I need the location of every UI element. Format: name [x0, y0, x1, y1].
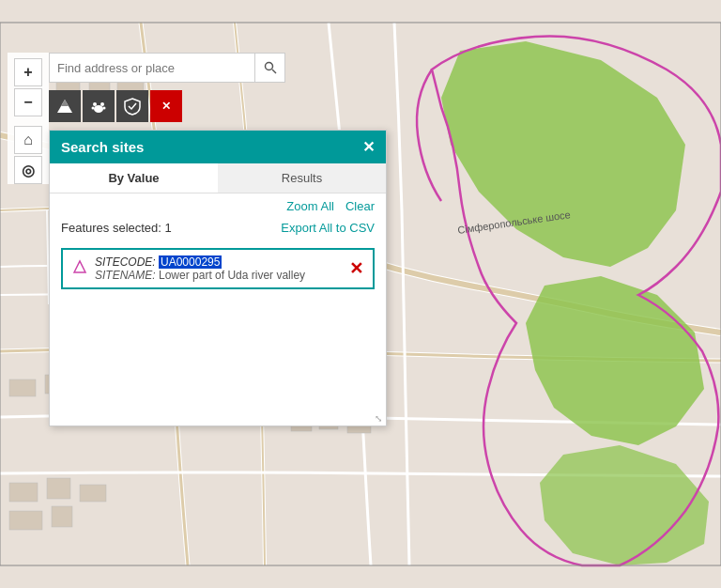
sitecode-line: SITECODE: UA0000295	[95, 255, 342, 269]
panel-title: Search sites	[61, 139, 144, 155]
tab-results[interactable]: Results	[218, 163, 386, 193]
svg-point-35	[103, 107, 106, 110]
panel-close-button[interactable]: ✕	[362, 138, 375, 156]
resize-icon: ⤡	[375, 413, 382, 424]
home-button[interactable]: ⌂	[14, 126, 42, 154]
search-sites-panel: Search sites ✕ By Value Results Zoom All…	[49, 130, 387, 426]
zoom-out-button[interactable]: −	[14, 88, 42, 116]
close-tool-button[interactable]: ✕	[150, 90, 182, 122]
search-button[interactable]	[255, 53, 285, 83]
sitecode-label: SITECODE:	[95, 255, 159, 269]
svg-point-27	[265, 63, 272, 70]
sitename-value: Lower part of Uda river valley	[159, 269, 305, 282]
features-selected-row: Features selected: 1 Export All to CSV	[50, 219, 386, 240]
left-toolbar: + − ⌂ ◎	[8, 53, 49, 184]
features-selected-label: Features selected: 1	[61, 221, 172, 235]
result-content: SITECODE: UA0000295 SITENAME: Lower part…	[95, 255, 342, 282]
result-delete-button[interactable]: ✕	[349, 258, 363, 279]
paw-tool-button[interactable]	[83, 90, 115, 122]
panel-header: Search sites ✕	[50, 131, 386, 163]
export-csv-link[interactable]: Export All to CSV	[281, 221, 375, 235]
zoom-in-button[interactable]: +	[14, 58, 42, 86]
zoom-all-link[interactable]: Zoom All	[286, 199, 334, 213]
paw-icon	[89, 97, 108, 116]
layers-button[interactable]: ◎	[14, 156, 42, 184]
main-area: + − ⌂ ◎	[0, 45, 721, 588]
result-polygon-icon	[72, 259, 87, 278]
sitename-label: SITENAME:	[95, 269, 159, 282]
sitename-line: SITENAME: Lower part of Uda river valley	[95, 269, 342, 282]
svg-point-31	[94, 105, 103, 113]
panel-tabs: By Value Results	[50, 163, 386, 193]
shield-tool-button[interactable]	[116, 90, 148, 122]
panel-results-area: SITECODE: UA0000295 SITENAME: Lower part…	[50, 240, 386, 410]
clear-link[interactable]: Clear	[345, 199, 375, 213]
terrain-tool-button[interactable]	[49, 90, 81, 122]
search-bar	[49, 53, 285, 83]
sitecode-value: UA0000295	[159, 255, 222, 269]
panel-actions: Zoom All Clear	[50, 193, 386, 219]
mountain-icon	[55, 98, 74, 115]
svg-point-34	[92, 107, 95, 110]
shield-icon	[123, 97, 142, 116]
result-item: SITECODE: UA0000295 SITENAME: Lower part…	[61, 248, 375, 289]
svg-point-32	[93, 102, 97, 106]
svg-line-28	[272, 70, 276, 73]
map-tools-row: ✕	[49, 90, 182, 122]
tab-by-value[interactable]: By Value	[50, 163, 218, 193]
svg-marker-36	[74, 261, 85, 272]
search-icon	[264, 61, 277, 74]
panel-resize-handle[interactable]: ⤡	[50, 410, 386, 426]
svg-marker-30	[61, 100, 69, 106]
search-input[interactable]	[49, 53, 255, 83]
svg-point-33	[100, 102, 104, 106]
